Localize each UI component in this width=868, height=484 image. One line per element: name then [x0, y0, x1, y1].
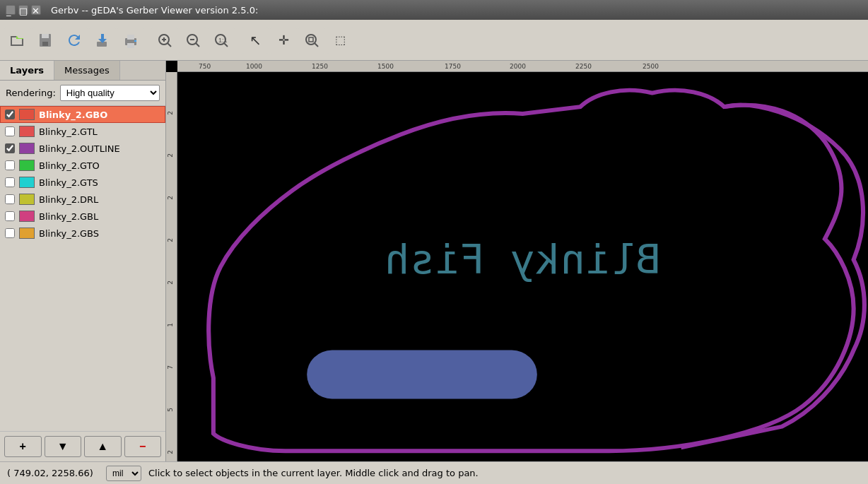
measure-button[interactable]: ⬚: [327, 27, 353, 54]
ruler-tick: 1250: [312, 63, 328, 70]
ruler-tick: 1000: [246, 63, 262, 70]
sidebar: Layers Messages Rendering: Fast High qua…: [0, 61, 166, 461]
rendering-label: Rendering:: [6, 88, 56, 98]
layers-list: Blinky_2.GBOBlinky_2.GTLBlinky_2.OUTLINE…: [0, 106, 165, 431]
svg-rect-2: [11, 45, 23, 46]
layer-item[interactable]: Blinky_2.GBS: [0, 225, 165, 242]
ruler-tick: 1500: [377, 63, 394, 70]
remove-layer-button[interactable]: −: [124, 436, 162, 457]
ruler-tick: 7: [167, 365, 174, 370]
svg-rect-12: [134, 40, 136, 42]
ruler-tick: 2: [167, 281, 174, 285]
window-controls[interactable]: _ □ ✕: [6, 5, 41, 15]
pan-button[interactable]: ✛: [270, 27, 297, 54]
ruler-tick: 1: [167, 323, 174, 327]
svg-line-16: [168, 43, 171, 47]
layer-checkbox[interactable]: [5, 177, 15, 187]
layer-color-swatch: [19, 228, 35, 239]
svg-rect-28: [307, 350, 537, 399]
app-title: Gerbv -- gEDA's Gerber Viewer version 2.…: [51, 5, 258, 16]
svg-line-19: [196, 43, 199, 47]
svg-rect-3: [22, 39, 23, 46]
pcb-artwork: Blinky Fish: [177, 72, 868, 461]
open-button[interactable]: [4, 27, 31, 54]
svg-line-24: [315, 43, 318, 47]
tab-messages[interactable]: Messages: [54, 61, 120, 80]
reload-button[interactable]: [61, 27, 88, 54]
move-up-button[interactable]: ▲: [84, 436, 122, 457]
layer-name: Blinky_2.GBO: [39, 110, 160, 120]
layer-checkbox[interactable]: [5, 194, 15, 204]
zoom-fit-button[interactable]: 1:1: [208, 27, 235, 54]
zoom-area-button[interactable]: [298, 27, 325, 54]
maximize-button[interactable]: □: [18, 5, 28, 15]
layer-item[interactable]: Blinky_2.GTO: [0, 157, 165, 174]
svg-text:Blinky Fish: Blinky Fish: [385, 236, 661, 283]
pcb-canvas[interactable]: Blinky Fish: [177, 72, 868, 461]
titlebar: _ □ ✕ Gerbv -- gEDA's Gerber Viewer vers…: [0, 0, 868, 20]
ruler-tick: 2250: [575, 63, 592, 70]
select-button[interactable]: ↖: [242, 27, 269, 54]
coordinates: ( 749.02, 2258.66): [7, 468, 99, 478]
ruler-tick: 5: [167, 408, 174, 412]
ruler-horizontal: 750 1000 1250 1500 1750 2000 2250 2500: [177, 61, 868, 72]
tab-layers[interactable]: Layers: [0, 61, 54, 80]
rendering-row: Rendering: Fast High quality X11 compati…: [0, 81, 165, 106]
layer-item[interactable]: Blinky_2.OUTLINE: [0, 140, 165, 157]
layer-item[interactable]: Blinky_2.GBO: [0, 106, 165, 123]
layer-name: Blinky_2.GBS: [39, 228, 160, 239]
save-button[interactable]: [33, 27, 59, 54]
sidebar-buttons: + ▼ ▲ −: [0, 431, 165, 461]
ruler-tick: 2: [167, 238, 174, 242]
svg-rect-11: [127, 43, 134, 48]
zoom-out-button[interactable]: [180, 27, 206, 54]
layer-item[interactable]: Blinky_2.GTS: [0, 174, 165, 191]
layer-name: Blinky_2.DRL: [39, 194, 160, 205]
rendering-select[interactable]: Fast High quality X11 compatible: [60, 85, 160, 101]
layer-color-swatch: [19, 143, 35, 154]
svg-point-23: [306, 35, 316, 45]
statusbar: ( 749.02, 2258.66) mil mm in Click to se…: [0, 461, 868, 484]
unit-select[interactable]: mil mm in: [106, 466, 141, 481]
add-layer-button[interactable]: +: [4, 436, 42, 457]
export-button[interactable]: [89, 27, 116, 54]
svg-rect-7: [97, 42, 107, 47]
layer-item[interactable]: Blinky_2.GTL: [0, 123, 165, 140]
ruler-tick: 2: [167, 196, 174, 200]
layer-name: Blinky_2.GTO: [39, 160, 160, 171]
layer-name: Blinky_2.OUTLINE: [39, 143, 160, 154]
layer-checkbox[interactable]: [5, 143, 15, 153]
move-down-button[interactable]: ▼: [45, 436, 82, 457]
tab-bar: Layers Messages: [0, 61, 165, 81]
zoom-in-button[interactable]: [151, 27, 178, 54]
layer-checkbox[interactable]: [5, 160, 15, 170]
layer-color-swatch: [19, 160, 35, 171]
svg-rect-10: [127, 35, 134, 40]
layer-checkbox[interactable]: [5, 126, 15, 136]
print-button[interactable]: [117, 27, 144, 54]
layer-color-swatch: [19, 177, 35, 188]
ruler-vertical: 2 2 2 2 2 1 7 5 2: [166, 72, 177, 461]
layer-item[interactable]: Blinky_2.GBL: [0, 208, 165, 225]
ruler-tick: 2: [167, 153, 174, 158]
layer-checkbox[interactable]: [5, 110, 15, 119]
svg-rect-25: [309, 37, 313, 42]
canvas-area[interactable]: 750 1000 1250 1500 1750 2000 2250 2500 2…: [166, 61, 868, 461]
svg-rect-5: [42, 34, 49, 38]
close-button[interactable]: ✕: [31, 5, 41, 15]
layer-name: Blinky_2.GBL: [39, 211, 160, 222]
ruler-tick: 2: [167, 111, 174, 115]
layer-checkbox[interactable]: [5, 228, 15, 238]
layer-color-swatch: [19, 211, 35, 222]
layer-name: Blinky_2.GTL: [39, 126, 160, 137]
layer-color-swatch: [19, 126, 35, 137]
ruler-tick: 2000: [510, 63, 526, 70]
main-area: Layers Messages Rendering: Fast High qua…: [0, 61, 868, 461]
toolbar: 1:1 ↖ ✛ ⬚: [0, 20, 868, 61]
layer-item[interactable]: Blinky_2.DRL: [0, 191, 165, 208]
layer-color-swatch: [19, 194, 35, 205]
minimize-button[interactable]: _: [6, 5, 16, 15]
layer-checkbox[interactable]: [5, 211, 15, 221]
layer-name: Blinky_2.GTS: [39, 177, 160, 188]
ruler-tick: 750: [199, 63, 211, 70]
